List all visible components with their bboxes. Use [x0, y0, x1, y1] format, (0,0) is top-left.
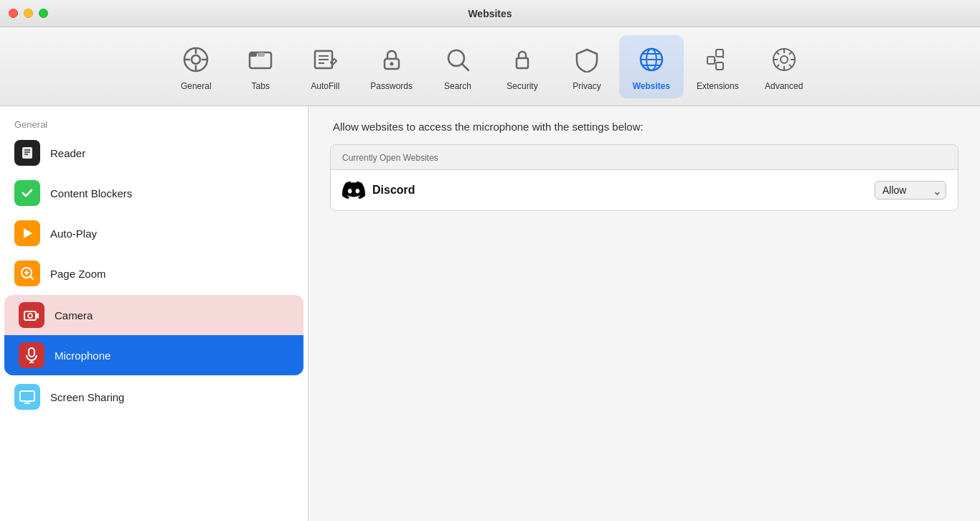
microphone-icon — [19, 342, 44, 368]
page-zoom-icon — [14, 260, 40, 286]
tabs-icon — [243, 42, 278, 77]
toolbar-item-tabs[interactable]: Tabs — [228, 35, 293, 98]
toolbar-item-search[interactable]: Search — [425, 35, 490, 98]
toolbar-label-security: Security — [507, 81, 537, 91]
toolbar-item-general[interactable]: General — [164, 35, 228, 98]
svg-line-16 — [462, 64, 468, 70]
extensions-icon — [700, 42, 735, 77]
svg-line-32 — [776, 52, 779, 55]
toolbar-label-tabs: Tabs — [252, 81, 270, 91]
svg-rect-8 — [258, 52, 265, 57]
svg-line-33 — [789, 65, 792, 67]
sidebar-item-reader[interactable]: Reader — [0, 133, 308, 173]
svg-point-47 — [28, 314, 32, 318]
camera-microphone-group: CameraMicrophone — [4, 295, 303, 375]
svg-line-35 — [776, 65, 779, 67]
svg-line-44 — [30, 276, 33, 279]
autofill-icon — [308, 42, 342, 77]
svg-rect-48 — [29, 348, 34, 357]
passwords-icon — [374, 42, 409, 77]
toolbar-label-general: General — [181, 81, 212, 91]
minimize-button[interactable] — [24, 9, 33, 18]
maximize-button[interactable] — [39, 9, 48, 18]
table-header: Currently Open Websites — [331, 145, 958, 170]
sidebar-item-label-page-zoom: Page Zoom — [50, 268, 106, 280]
permission-select-wrapper: AskDenyAllow⌃ — [875, 181, 946, 200]
toolbar-item-passwords[interactable]: Passwords — [357, 35, 425, 98]
sidebar-item-label-content-blockers: Content Blockers — [50, 187, 132, 200]
titlebar: Websites — [0, 0, 980, 27]
toolbar-label-privacy: Privacy — [573, 81, 600, 91]
toolbar-item-advanced[interactable]: Advanced — [752, 35, 816, 98]
svg-rect-17 — [517, 58, 528, 68]
general-icon — [179, 42, 213, 77]
svg-point-14 — [390, 62, 393, 65]
toolbar-item-privacy[interactable]: Privacy — [555, 35, 619, 98]
svg-line-34 — [789, 52, 792, 55]
toolbar-label-extensions: Extensions — [697, 81, 739, 91]
websites-icon — [634, 42, 669, 77]
screen-sharing-icon — [14, 384, 40, 410]
toolbar-item-autofill[interactable]: AutoFill — [293, 35, 357, 98]
toolbar-label-advanced: Advanced — [765, 81, 803, 91]
toolbar-item-security[interactable]: Security — [490, 35, 555, 98]
toolbar-label-search: Search — [444, 81, 471, 91]
close-button[interactable] — [9, 9, 18, 18]
table-row: DiscordAskDenyAllow⌃ — [331, 170, 958, 210]
sidebar-item-label-screen-sharing: Screen Sharing — [50, 391, 124, 403]
advanced-icon — [767, 42, 801, 77]
sidebar-section-general: General — [0, 113, 308, 133]
sidebar-item-content-blockers[interactable]: Content Blockers — [0, 173, 308, 213]
traffic-lights — [9, 9, 48, 18]
toolbar-label-autofill: AutoFill — [311, 81, 339, 91]
discord-icon — [342, 179, 365, 202]
toolbar: GeneralTabsAutoFillPasswordsSearchSecuri… — [0, 27, 980, 106]
privacy-icon — [570, 42, 604, 77]
toolbar-item-websites[interactable]: Websites — [619, 35, 684, 98]
sidebar: General ReaderContent BlockersAuto-PlayP… — [0, 106, 308, 521]
sidebar-item-microphone[interactable]: Microphone — [4, 335, 303, 375]
svg-rect-36 — [22, 147, 32, 159]
svg-rect-51 — [20, 391, 34, 401]
svg-point-1 — [192, 55, 200, 64]
svg-rect-24 — [716, 50, 723, 57]
sidebar-item-label-reader: Reader — [50, 147, 85, 159]
websites-table: Currently Open Websites DiscordAskDenyAl… — [330, 144, 958, 211]
sidebar-item-page-zoom[interactable]: Page Zoom — [0, 253, 308, 294]
reader-icon — [14, 140, 40, 166]
svg-rect-7 — [250, 52, 257, 57]
toolbar-label-websites: Websites — [633, 81, 670, 91]
svg-rect-25 — [716, 62, 723, 70]
svg-marker-40 — [24, 228, 32, 238]
svg-rect-23 — [707, 57, 715, 64]
sidebar-item-autoplay[interactable]: Auto-Play — [0, 213, 308, 253]
sidebar-item-label-autoplay: Auto-Play — [50, 227, 97, 240]
sidebar-item-screen-sharing[interactable]: Screen Sharing — [0, 377, 308, 417]
permission-select[interactable]: AskDenyAllow — [875, 181, 946, 200]
autoplay-icon — [14, 220, 40, 246]
sidebar-item-label-microphone: Microphone — [55, 349, 110, 362]
content-blockers-icon — [14, 180, 40, 206]
content-area: Allow websites to access the microphone … — [308, 106, 980, 521]
search-icon — [440, 42, 475, 77]
svg-rect-45 — [24, 311, 36, 320]
camera-icon — [19, 302, 44, 328]
svg-point-27 — [781, 56, 788, 63]
main-content: General ReaderContent BlockersAuto-PlayP… — [0, 106, 980, 521]
toolbar-item-extensions[interactable]: Extensions — [684, 35, 752, 98]
content-description: Allow websites to access the microphone … — [330, 121, 958, 133]
site-name: Discord — [372, 184, 875, 197]
window-title: Websites — [468, 8, 512, 19]
security-icon — [505, 42, 540, 77]
sidebar-item-camera[interactable]: Camera — [4, 295, 303, 335]
sidebar-item-label-camera: Camera — [55, 309, 93, 321]
toolbar-label-passwords: Passwords — [370, 81, 413, 91]
table-header-label: Currently Open Websites — [342, 153, 438, 163]
